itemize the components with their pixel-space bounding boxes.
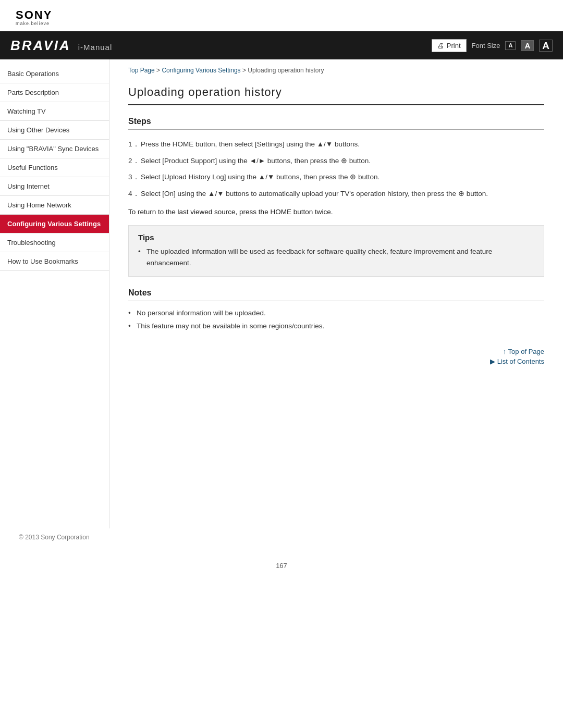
sidebar-item-using-other-devices[interactable]: Using Other Devices bbox=[0, 121, 109, 140]
tips-box: Tips The uploaded information will be us… bbox=[128, 225, 544, 276]
breadcrumb-configuring[interactable]: Configuring Various Settings bbox=[162, 67, 240, 74]
nav-actions: 🖨 Print Font Size A A A bbox=[432, 39, 553, 52]
top-of-page-link[interactable]: ↑ Top of Page bbox=[503, 348, 544, 355]
sidebar-item-how-to-use-bookmarks[interactable]: How to Use Bookmarks bbox=[0, 252, 109, 271]
notes-list: No personal information will be uploaded… bbox=[128, 307, 544, 332]
breadcrumb-sep2: > bbox=[242, 67, 248, 74]
note-item-2: This feature may not be available in som… bbox=[128, 320, 544, 332]
copyright-bar: © 2013 Sony Corporation bbox=[0, 534, 563, 551]
content-area: Top Page > Configuring Various Settings … bbox=[109, 59, 563, 528]
step-num-4: 4． bbox=[128, 188, 140, 200]
logo-area: SONY make.believe bbox=[0, 0, 563, 31]
sony-tagline: make.believe bbox=[16, 21, 547, 26]
breadcrumb-sep1: > bbox=[156, 67, 162, 74]
breadcrumb-current: Uploading operation history bbox=[248, 67, 324, 74]
footer-links: ↑ Top of Page ▶ List of Contents bbox=[128, 348, 544, 365]
font-small-button[interactable]: A bbox=[505, 41, 516, 50]
sidebar-item-configuring-various-settings[interactable]: Configuring Various Settings bbox=[0, 215, 109, 233]
steps-list: 1．Press the HOME button, then select [Se… bbox=[128, 136, 544, 202]
bravia-logo: BRAVIA bbox=[10, 38, 71, 54]
notes-heading: Notes bbox=[128, 288, 544, 301]
sidebar-item-using-internet[interactable]: Using Internet bbox=[0, 177, 109, 196]
tips-list: The uploaded information will be used as… bbox=[138, 246, 534, 268]
copyright-text: © 2013 Sony Corporation bbox=[19, 534, 90, 541]
breadcrumb: Top Page > Configuring Various Settings … bbox=[128, 59, 544, 78]
step-item-1: 1．Press the HOME button, then select [Se… bbox=[128, 136, 544, 153]
step-num-3: 3． bbox=[128, 171, 140, 183]
steps-heading: Steps bbox=[128, 117, 544, 130]
step-num-2: 2． bbox=[128, 155, 140, 167]
sony-logo: SONY bbox=[16, 9, 547, 21]
step-item-3: 3．Select [Upload History Log] using the … bbox=[128, 169, 544, 186]
font-large-button[interactable]: A bbox=[539, 40, 553, 52]
sidebar: Basic OperationsParts DescriptionWatchin… bbox=[0, 59, 109, 528]
step-num-1: 1． bbox=[128, 139, 140, 150]
sidebar-item-useful-functions[interactable]: Useful Functions bbox=[0, 158, 109, 177]
step-item-2: 2．Select [Product Support] using the ◄/►… bbox=[128, 153, 544, 169]
sidebar-item-using-home-network[interactable]: Using Home Network bbox=[0, 196, 109, 215]
step-item-4: 4．Select [On] using the ▲/▼ buttons to a… bbox=[128, 186, 544, 202]
sidebar-item-using-bravia-sync[interactable]: Using "BRAVIA" Sync Devices bbox=[0, 140, 109, 158]
sidebar-item-troubleshooting[interactable]: Troubleshooting bbox=[0, 233, 109, 252]
tip-item-1: The uploaded information will be used as… bbox=[138, 246, 534, 268]
page-title: Uploading operation history bbox=[128, 85, 544, 105]
print-button[interactable]: 🖨 Print bbox=[432, 39, 467, 52]
print-icon: 🖨 bbox=[437, 42, 444, 50]
imanual-label: i-Manual bbox=[78, 43, 113, 52]
return-text: To return to the last viewed source, pre… bbox=[128, 208, 544, 216]
sidebar-item-basic-operations[interactable]: Basic Operations bbox=[0, 65, 109, 83]
print-label: Print bbox=[447, 42, 461, 50]
breadcrumb-top-page[interactable]: Top Page bbox=[128, 67, 155, 74]
tips-heading: Tips bbox=[138, 233, 534, 242]
list-of-contents-link[interactable]: ▶ List of Contents bbox=[490, 357, 544, 365]
nav-brand: BRAVIA i-Manual bbox=[10, 38, 112, 54]
main-layout: Basic OperationsParts DescriptionWatchin… bbox=[0, 59, 563, 528]
font-medium-button[interactable]: A bbox=[521, 40, 534, 51]
font-size-label: Font Size bbox=[472, 42, 500, 50]
sidebar-item-parts-description[interactable]: Parts Description bbox=[0, 83, 109, 102]
nav-bar: BRAVIA i-Manual 🖨 Print Font Size A A A bbox=[0, 31, 563, 59]
note-item-1: No personal information will be uploaded… bbox=[128, 307, 544, 319]
sidebar-item-watching-tv[interactable]: Watching TV bbox=[0, 102, 109, 121]
page-number: 167 bbox=[0, 551, 563, 575]
